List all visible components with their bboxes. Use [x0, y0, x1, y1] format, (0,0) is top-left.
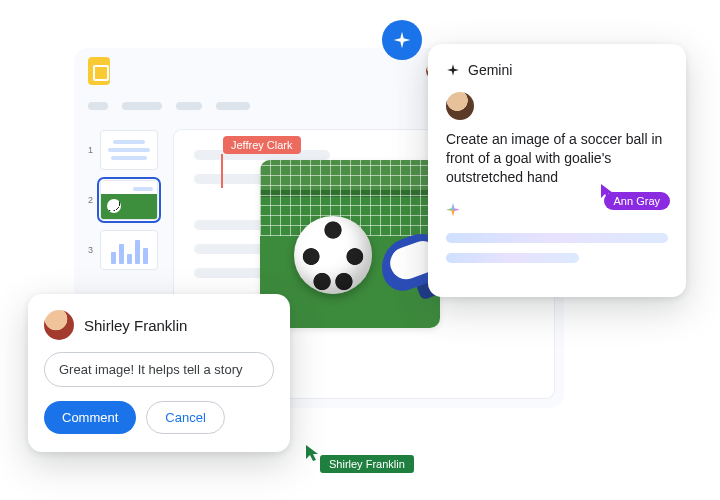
- toolbar-item[interactable]: [176, 102, 202, 110]
- comment-input[interactable]: [44, 352, 274, 387]
- thumb-number: 3: [88, 245, 94, 255]
- avatar: [44, 310, 74, 340]
- slide-thumbnail[interactable]: [100, 130, 158, 170]
- slides-logo-icon: [88, 57, 110, 85]
- slide-thumbnails: 1 2 3: [88, 130, 162, 270]
- avatar: [446, 92, 474, 120]
- cursor-icon: [305, 444, 319, 462]
- gemini-prompt-text: Create an image of a soccer ball in fron…: [446, 130, 668, 187]
- collaborator-cursor-jeffrey: Jeffrey Clark: [223, 136, 301, 154]
- slide-thumbnail-selected[interactable]: [100, 180, 158, 220]
- collaborator-cursor-shirley: Shirley Franklin: [320, 455, 414, 473]
- comment-card: Shirley Franklin Comment Cancel: [28, 294, 290, 452]
- sparkle-icon: [446, 203, 460, 217]
- cursor-icon: [600, 183, 614, 201]
- comment-author: Shirley Franklin: [84, 317, 187, 334]
- gemini-header: Gemini: [446, 62, 668, 78]
- thumb-number: 1: [88, 145, 94, 155]
- sparkle-icon: [446, 63, 460, 77]
- toolbar-item[interactable]: [88, 102, 108, 110]
- comment-submit-button[interactable]: Comment: [44, 401, 136, 434]
- comment-cancel-button[interactable]: Cancel: [146, 401, 224, 434]
- toolbar-item[interactable]: [122, 102, 162, 110]
- gemini-title: Gemini: [468, 62, 512, 78]
- slide-thumbnail[interactable]: [100, 230, 158, 270]
- gemini-sparkle-icon[interactable]: [382, 20, 422, 60]
- gemini-panel: Gemini Create an image of a soccer ball …: [428, 44, 686, 297]
- thumb-number: 2: [88, 195, 94, 205]
- toolbar-item[interactable]: [216, 102, 250, 110]
- gemini-response-placeholder: [446, 233, 668, 243]
- gemini-response-placeholder: [446, 253, 579, 263]
